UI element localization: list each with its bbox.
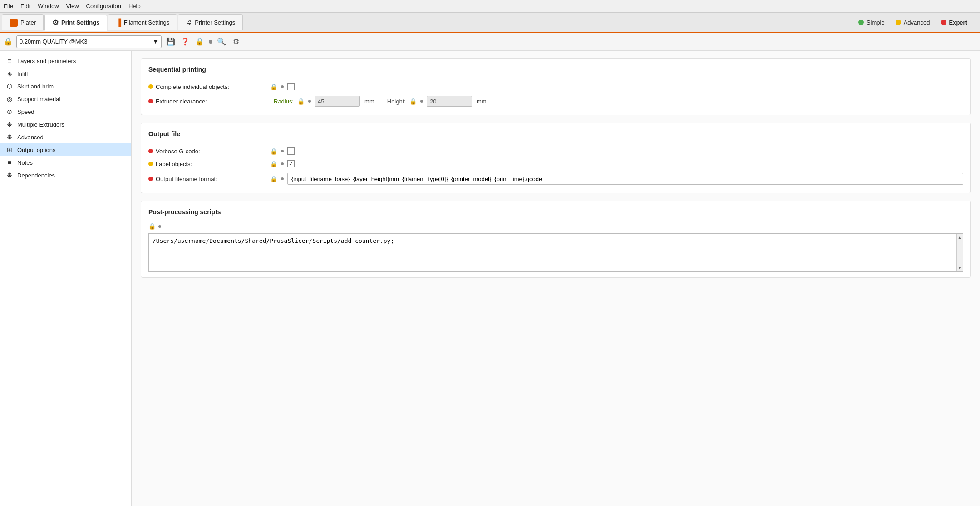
menubar: File Edit Window View Configuration Help [0,0,980,13]
sidebar-item-support[interactable]: ◎ Support material [0,93,131,105]
complete-objects-checkbox[interactable] [287,83,295,90]
sidebar-item-advanced[interactable]: ❋ Advanced [0,131,131,143]
extruder-clearance-controls: Radius: 🔒 mm Height: 🔒 mm [270,96,487,107]
sidebar-item-output-options[interactable]: ⊞ Output options [0,143,131,156]
search-icon[interactable]: 🔍 [216,36,227,47]
complete-individual-objects-label-group: Complete individual objects: [148,84,266,90]
verbose-bullet [281,150,284,152]
filename-bullet [281,177,284,180]
extruder-clearance-dot [148,99,153,103]
tab-print-settings-label: Print Settings [61,19,100,26]
output-options-icon: ⊞ [5,146,14,154]
label-objects-row: Label objects: 🔒 [148,157,963,170]
filament-settings-icon: ▐ [116,19,121,27]
help-icon[interactable]: ❓ [180,36,191,47]
scroll-up-icon[interactable]: ▲ [958,235,962,240]
sidebar-item-notes[interactable]: ≡ Notes [0,156,131,169]
sidebar-label-layers: Layers and perimeters [17,58,76,64]
dependencies-icon: ❋ [5,171,14,179]
tab-printer-settings[interactable]: 🖨 Printer Settings [178,14,243,30]
filename-lock-icon[interactable]: 🔒 [270,176,277,182]
complete-objects-label: Complete individual objects: [156,84,229,90]
settings-icon[interactable]: ⚙ [231,36,241,47]
radius-unit: mm [364,98,374,105]
post-processing-title: Post-processing scripts [148,208,963,217]
height-input[interactable] [427,96,472,107]
output-filename-row: Output filename format: 🔒 [148,170,963,187]
radius-lock-icon[interactable]: 🔒 [297,98,305,105]
sidebar-label-notes: Notes [17,159,33,166]
expert-dot [941,20,946,25]
sidebar-item-layers[interactable]: ≡ Layers and perimeters [0,54,131,67]
output-file-section: Output file Verbose G-code: 🔒 Label obje… [141,123,971,193]
label-objects-label-group: Label objects: [148,161,266,167]
profile-dropdown[interactable]: 0.20mm QUALITY @MK3 ▼ [16,35,162,48]
content-area: Sequential printing Complete individual … [132,51,980,506]
mode-expert[interactable]: Expert [937,17,971,28]
radius-bullet [308,100,311,103]
lock-icon[interactable]: 🔒 [194,36,205,47]
mode-advanced[interactable]: Advanced [892,17,934,28]
extruder-clearance-label: Extruder clearance: [156,98,207,105]
menu-edit[interactable]: Edit [20,3,30,10]
complete-objects-lock-icon[interactable]: 🔒 [270,84,277,90]
profile-lock-icon: 🔒 [4,37,13,46]
menu-window[interactable]: Window [38,3,59,10]
height-bullet [420,100,423,103]
filename-format-input[interactable] [287,173,963,185]
sidebar-label-output-options: Output options [17,147,56,153]
verbose-gcode-dot [148,149,153,153]
menu-file[interactable]: File [4,3,13,10]
sidebar-item-skirt[interactable]: ⬡ Skirt and brim [0,80,131,93]
menu-configuration[interactable]: Configuration [86,3,121,10]
save-icon[interactable]: 💾 [165,36,176,47]
sidebar: ≡ Layers and perimeters ◈ Infill ⬡ Skirt… [0,51,132,506]
sidebar-label-advanced: Advanced [17,134,44,141]
radius-input[interactable] [315,96,360,107]
height-label: Height: [387,98,406,105]
label-objects-lock-icon[interactable]: 🔒 [270,161,277,167]
menu-view[interactable]: View [66,3,79,10]
simple-label: Simple [867,19,885,26]
expert-label: Expert [949,19,967,26]
menu-help[interactable]: Help [128,3,141,10]
tab-printer-settings-label: Printer Settings [195,19,235,26]
plater-icon [10,19,18,27]
sidebar-item-infill[interactable]: ◈ Infill [0,67,131,80]
output-filename-label: Output filename format: [156,176,217,182]
radius-label: Radius: [274,98,294,105]
verbose-lock-icon[interactable]: 🔒 [270,148,277,155]
extruder-clearance-row: Extruder clearance: Radius: 🔒 mm Height:… [148,93,963,109]
sidebar-item-dependencies[interactable]: ❋ Dependencies [0,169,131,182]
height-lock-icon[interactable]: 🔒 [409,98,417,105]
post-lock-icon[interactable]: 🔒 [148,223,156,230]
complete-objects-dot [148,84,153,89]
tab-filament-settings[interactable]: ▐ Filament Settings [108,14,177,30]
tab-plater[interactable]: Plater [2,14,44,30]
sidebar-item-speed[interactable]: ⊙ Speed [0,105,131,118]
infill-icon: ◈ [5,69,14,78]
output-file-title: Output file [148,130,963,139]
post-processing-script-input[interactable] [149,234,963,270]
support-icon: ◎ [5,95,14,103]
tab-plater-label: Plater [20,19,36,26]
scroll-down-icon[interactable]: ▼ [958,265,962,270]
post-processing-scrollbar[interactable]: ▲ ▼ [956,234,963,271]
sidebar-item-multiple-extruders[interactable]: ❋ Multiple Extruders [0,118,131,131]
post-processing-section: Post-processing scripts 🔒 ▲ ▼ [141,201,971,278]
tab-print-settings[interactable]: ⚙ Print Settings [44,15,108,31]
advanced-icon: ❋ [5,133,14,141]
post-bullet [158,225,161,228]
tab-filament-settings-label: Filament Settings [124,19,169,26]
label-objects-checkbox[interactable] [287,160,295,167]
main-layout: ≡ Layers and perimeters ◈ Infill ⬡ Skirt… [0,51,980,506]
sidebar-label-infill: Infill [17,70,28,77]
mode-simple[interactable]: Simple [855,17,888,28]
tabbar: Plater ⚙ Print Settings ▐ Filament Setti… [0,13,980,33]
advanced-label: Advanced [904,19,930,26]
sidebar-label-speed: Speed [17,108,34,115]
verbose-gcode-checkbox[interactable] [287,147,295,155]
output-filename-dot [148,177,153,181]
verbose-gcode-label: Verbose G-code: [156,148,200,155]
multiple-extruders-icon: ❋ [5,120,14,128]
